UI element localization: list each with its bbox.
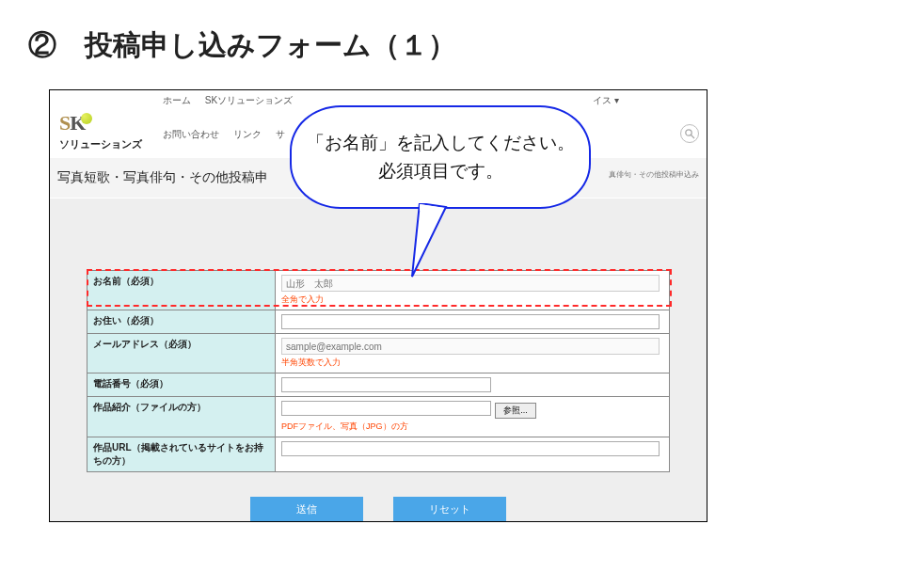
logo-dot-icon (81, 113, 92, 124)
row-email: メールアドレス（必須） 半角英数で入力 (87, 334, 670, 373)
row-file: 作品紹介（ファイルの方） 参照... PDFファイル、写真（JPG）の方 (87, 397, 670, 437)
brand-sub: ソリューションズ (59, 138, 142, 150)
row-name: お名前（必須） 全角で入力 (87, 271, 670, 310)
reset-button[interactable]: リセット (393, 497, 506, 522)
label-url: 作品URL（掲載されているサイトをお持ちの方） (87, 437, 276, 471)
section-title: 写真短歌・写真俳句・その他投稿申 (57, 169, 268, 184)
label-email: メールアドレス（必須） (87, 334, 276, 373)
input-address[interactable] (281, 314, 660, 329)
instruction-callout: 「お名前」を記入してください。 必須項目です。 (290, 105, 591, 209)
nav-sa[interactable]: サ (276, 129, 285, 139)
breadcrumb-right: 真俳句・その他投稿申込み (609, 169, 699, 180)
application-form: お名前（必須） 全角で入力 お住い（必須） メールアドレス（必須） 半角英数で入… (87, 270, 670, 472)
submit-button[interactable]: 送信 (250, 497, 363, 522)
search-icon[interactable] (680, 124, 699, 143)
hint-file: PDFファイル、写真（JPG）の方 (281, 421, 663, 433)
callout-line2: 必須項目です。 (378, 157, 503, 185)
nav-contact[interactable]: お問い合わせ (163, 129, 219, 139)
nav-link[interactable]: リンク (233, 129, 262, 139)
input-url[interactable] (281, 441, 660, 456)
nav-home[interactable]: ホーム (163, 95, 191, 105)
row-tel: 電話番号（必須） (87, 373, 670, 397)
form-area: お名前（必須） 全角で入力 お住い（必須） メールアドレス（必須） 半角英数で入… (50, 199, 707, 521)
browse-button[interactable]: 参照... (495, 403, 536, 419)
svg-marker-0 (412, 203, 446, 277)
nav-sksol[interactable]: SKソリューションズ (205, 95, 293, 105)
brand-logo: SK ソリューションズ (59, 111, 142, 151)
callout-line1: 「お名前」を記入してください。 (307, 129, 575, 157)
svg-point-2 (686, 130, 692, 135)
hint-email: 半角英数で入力 (281, 357, 663, 369)
input-email[interactable] (281, 338, 660, 355)
label-file: 作品紹介（ファイルの方） (87, 397, 276, 437)
page-heading: ② 投稿申し込みフォーム（１） (0, 0, 922, 65)
label-name: お名前（必須） (87, 271, 276, 310)
svg-line-3 (692, 135, 695, 139)
label-address: お住い（必須） (87, 310, 276, 334)
hint-name: 全角で入力 (281, 294, 663, 306)
row-address: お住い（必須） (87, 310, 670, 334)
nav-isu[interactable]: イス ▾ (593, 95, 619, 105)
row-url: 作品URL（掲載されているサイトをお持ちの方） (87, 437, 670, 471)
button-row: 送信 リセット (50, 472, 707, 522)
input-name[interactable] (281, 275, 660, 292)
input-tel[interactable] (281, 377, 491, 392)
input-file-path[interactable] (281, 401, 491, 416)
label-tel: 電話番号（必須） (87, 373, 276, 397)
